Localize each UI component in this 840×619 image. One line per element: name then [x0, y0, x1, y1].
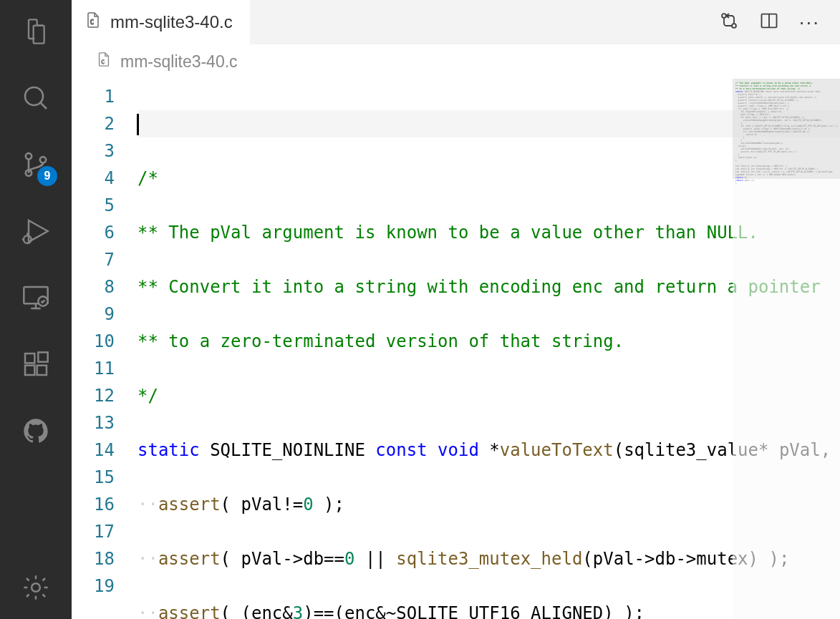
tab-filename: mm-sqlite3-40.c — [110, 12, 233, 32]
tab-bar: C mm-sqlite3-40.c ··· — [72, 0, 840, 44]
remote-explorer-icon[interactable] — [19, 281, 53, 315]
run-debug-icon[interactable] — [19, 214, 53, 248]
code-editor[interactable]: 1 2 3 4 5 6 7 8 9 10 11 12 13 14 15 16 1… — [72, 79, 840, 619]
breadcrumb[interactable]: C mm-sqlite3-40.c — [72, 44, 840, 79]
svg-point-6 — [24, 235, 32, 243]
github-icon[interactable] — [19, 414, 53, 448]
svg-line-1 — [41, 103, 47, 109]
editor-group: C mm-sqlite3-40.c ··· C mm-sqlite3-40.c — [72, 0, 840, 619]
settings-icon[interactable] — [19, 570, 53, 605]
search-icon[interactable] — [19, 81, 53, 115]
svg-rect-15 — [25, 366, 34, 375]
line-number-gutter: 1 2 3 4 5 6 7 8 9 10 11 12 13 14 15 16 1… — [72, 79, 137, 619]
svg-rect-14 — [25, 354, 34, 363]
split-editor-icon[interactable] — [759, 11, 779, 34]
svg-point-0 — [25, 87, 43, 105]
breadcrumb-filename: mm-sqlite3-40.c — [120, 52, 238, 72]
svg-point-2 — [26, 153, 32, 159]
c-file-icon: C — [96, 52, 112, 72]
svg-text:C: C — [90, 19, 94, 26]
explorer-icon[interactable] — [19, 14, 53, 49]
svg-text:C: C — [101, 59, 104, 65]
minimap-slider[interactable] — [733, 79, 840, 179]
svg-point-21 — [732, 24, 736, 28]
extensions-icon[interactable] — [19, 347, 53, 381]
more-actions-icon[interactable]: ··· — [799, 12, 820, 32]
compare-changes-icon[interactable] — [719, 11, 739, 34]
tab-active[interactable]: C mm-sqlite3-40.c — [72, 0, 251, 44]
minimap[interactable]: /* The pVal argument is known to be a va… — [733, 79, 840, 619]
svg-rect-16 — [37, 366, 47, 375]
editor-actions: ··· — [719, 0, 840, 44]
scm-badge: 9 — [37, 166, 57, 186]
source-control-icon[interactable]: 9 — [19, 147, 53, 182]
c-file-icon: C — [85, 11, 102, 33]
svg-rect-17 — [38, 352, 47, 361]
svg-point-18 — [32, 583, 40, 592]
svg-point-4 — [40, 157, 46, 162]
activity-bar: 9 — [0, 0, 72, 619]
app-root: 9 C mm-sqlite3-40.c — [0, 0, 840, 619]
